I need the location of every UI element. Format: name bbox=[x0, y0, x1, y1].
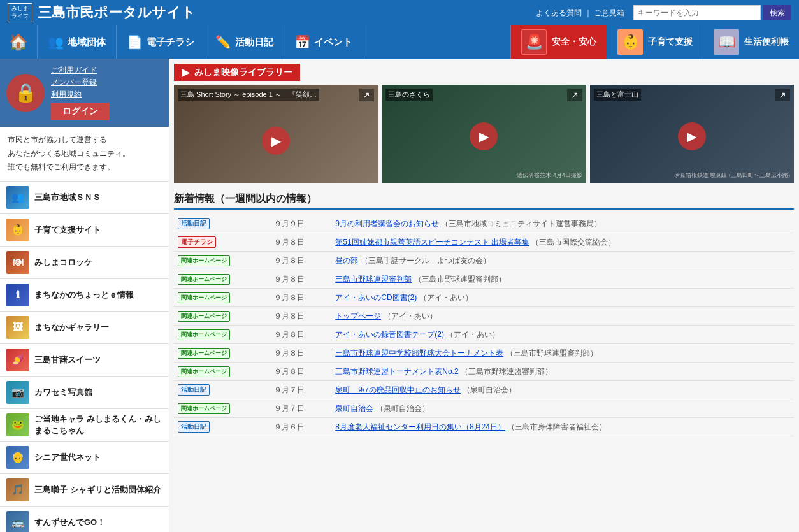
event-icon: 📅 bbox=[294, 34, 310, 50]
nav-life[interactable]: 📖 生活便利帳 bbox=[703, 25, 799, 59]
logo-badge: みしま ライフ bbox=[8, 3, 32, 22]
opinion-link[interactable]: ご意見箱 bbox=[594, 8, 624, 17]
news-title-cell: 泉町自治会 （泉町自治会） bbox=[331, 399, 794, 418]
event-label: イベント bbox=[314, 36, 352, 48]
sidebar-item-senior[interactable]: 👴 シニア世代ネット bbox=[0, 442, 169, 474]
video-card-2[interactable]: 三島のさくら ↗ ▶ 遺伝研桜並木 4月4日撮影 bbox=[382, 85, 586, 183]
childcare-icon: 👶 bbox=[617, 29, 643, 55]
video1-share-icon[interactable]: ↗ bbox=[359, 89, 374, 101]
nav-item-event[interactable]: 📅 イベント bbox=[284, 25, 363, 59]
nav-item-community[interactable]: 👥 地域団体 bbox=[38, 25, 117, 59]
video2-play-button[interactable]: ▶ bbox=[470, 122, 498, 150]
nav-item-flyer[interactable]: 📄 電子チラシ bbox=[117, 25, 205, 59]
site-title: 三島市民ポータルサイト bbox=[38, 3, 196, 22]
news-org: （三島市身体障害者福祉会） bbox=[507, 422, 607, 431]
news-row: 関連ホームページ ９月８日 昼の部 （三島手話サークル よつば友の会） bbox=[174, 252, 794, 270]
sns-label: 三島市地域ＳＮＳ bbox=[34, 192, 101, 203]
video-header: ▶ みしま映像ライブラリー bbox=[174, 64, 300, 81]
news-link[interactable]: 9月の利用者講習会のお知らせ bbox=[335, 219, 439, 228]
video2-share-icon[interactable]: ↗ bbox=[567, 89, 582, 101]
register-link[interactable]: メンバー登録 bbox=[51, 77, 110, 88]
news-link[interactable]: アイ・あいの録音図書テープ(2) bbox=[335, 330, 444, 339]
news-date: ９月７日 bbox=[270, 381, 331, 399]
search-button[interactable]: 検索 bbox=[763, 5, 791, 20]
video2-title: 三島のさくら bbox=[385, 89, 433, 101]
terms-link[interactable]: 利用規約 bbox=[51, 89, 110, 100]
news-link[interactable]: トップページ bbox=[335, 312, 381, 320]
video3-title: 三島と富士山 bbox=[594, 89, 641, 101]
flyer-label: 電子チラシ bbox=[147, 36, 194, 48]
news-title-cell: アイ・あいの録音図書テープ(2) （アイ・あい） bbox=[331, 326, 794, 344]
news-table: 活動日記 ９月９日 9月の利用者講習会のお知らせ （三島市地域コミュニティサイト… bbox=[174, 215, 794, 436]
news-link[interactable]: 第51回姉妹都市親善英語スピーチコンテスト 出場者募集 bbox=[335, 238, 529, 247]
search-input[interactable] bbox=[633, 5, 761, 20]
sidebar-item-sns[interactable]: 👥 三島市地域ＳＮＳ bbox=[0, 182, 169, 214]
nav-home[interactable]: 🏠 bbox=[0, 25, 38, 59]
news-link[interactable]: 三島市野球連盟トーナメント表No.2 bbox=[335, 367, 458, 376]
news-tag: 関連ホームページ bbox=[174, 344, 270, 363]
sidebar-item-shamisen[interactable]: 🎵 三島囃子 シャギリと活動団体紹介 bbox=[0, 474, 169, 507]
shamisen-thumb: 🎵 bbox=[6, 478, 29, 501]
croquette-label: みしまコロッケ bbox=[34, 257, 92, 268]
sidebar-item-sunzensen[interactable]: 🚌 すんずせんでGO！ bbox=[0, 507, 169, 532]
nav-safety[interactable]: 🚨 安全・安心 bbox=[510, 25, 607, 59]
news-title-cell: トップページ （アイ・あい） bbox=[331, 307, 794, 326]
sidebar-item-kids[interactable]: 👶 子育て支援サイト bbox=[0, 214, 169, 247]
sidebar-item-sweets[interactable]: 🍠 三島甘藷スイーツ bbox=[0, 344, 169, 377]
news-org: （アイ・あい） bbox=[446, 330, 500, 339]
sweets-thumb: 🍠 bbox=[6, 349, 29, 371]
news-link[interactable]: 泉町 9/7の廃品回収中止のお知らせ bbox=[335, 385, 461, 394]
news-link[interactable]: 泉町自治会 bbox=[335, 404, 373, 413]
news-row: 電子チラシ ９月８日 第51回姉妹都市親善英語スピーチコンテスト 出場者募集 （… bbox=[174, 233, 794, 252]
sunzensen-label: すんずせんでGO！ bbox=[34, 517, 105, 528]
news-tag: 関連ホームページ bbox=[174, 307, 270, 326]
news-date: ９月８日 bbox=[270, 344, 331, 363]
news-link[interactable]: 8月度老人福祉センター利用日の集い（8月24日） bbox=[335, 422, 505, 431]
sidebar-item-machinfo[interactable]: ℹ まちなかのちょっとｅ情報 bbox=[0, 279, 169, 312]
news-link[interactable]: 三島市野球連盟審判部 bbox=[335, 275, 412, 284]
video-card-3[interactable]: 三島と富士山 ↗ ▶ 伊豆箱根鉄道 駿豆線 (三島田町〜三島広小路) bbox=[590, 85, 794, 183]
news-date: ９月７日 bbox=[270, 399, 331, 418]
news-title-cell: 三島市野球連盟中学校部野球大会トーナメント表 （三島市野球連盟審判部） bbox=[331, 344, 794, 363]
sidebar-item-croquette[interactable]: 🍽 みしまコロッケ bbox=[0, 247, 169, 279]
news-date: ９月６日 bbox=[270, 418, 331, 436]
news-link[interactable]: 昼の部 bbox=[335, 256, 358, 265]
video-card-1[interactable]: 三島 Short Story ～ episode 1 ～ 『笑顔… ↗ ▶ bbox=[174, 85, 378, 183]
video1-play-button[interactable]: ▶ bbox=[262, 127, 290, 155]
nav-bar: 🏠 👥 地域団体 📄 電子チラシ ✏️ 活動日記 📅 イベント 🚨 安全・安心 … bbox=[0, 25, 799, 59]
news-tag: 活動日記 bbox=[174, 215, 270, 233]
nav-item-diary[interactable]: ✏️ 活動日記 bbox=[205, 25, 284, 59]
faq-link[interactable]: よくある質問 bbox=[536, 8, 582, 17]
video3-play-button[interactable]: ▶ bbox=[678, 122, 706, 150]
news-org: （三島手話サークル よつば友の会） bbox=[361, 256, 491, 265]
senior-thumb: 👴 bbox=[6, 446, 29, 469]
kids-label: 子育て支援サイト bbox=[34, 224, 101, 236]
news-row: 関連ホームページ ９月８日 アイ・あいの録音図書テープ(2) （アイ・あい） bbox=[174, 326, 794, 344]
community-icon: 👥 bbox=[48, 34, 64, 50]
news-row: 関連ホームページ ９月８日 三島市野球連盟中学校部野球大会トーナメント表 （三島… bbox=[174, 344, 794, 363]
news-title-cell: アイ・あいのCD図書(2) （アイ・あい） bbox=[331, 289, 794, 307]
news-tag: 活動日記 bbox=[174, 418, 270, 436]
sunzensen-thumb: 🚌 bbox=[6, 511, 29, 532]
news-org: （三島市地域コミュニティサイト運営事務局） bbox=[441, 219, 601, 228]
login-box: 🔒 ご利用ガイド メンバー登録 利用規約 ログイン bbox=[0, 59, 169, 127]
news-link[interactable]: 三島市野球連盟中学校部野球大会トーナメント表 bbox=[335, 349, 503, 357]
sidebar-item-mascot[interactable]: 🐸 ご当地キャラ みしまるくん・みしまるこちゃん bbox=[0, 409, 169, 442]
news-org: （三島市野球連盟審判部） bbox=[506, 349, 598, 357]
logo-area: みしま ライフ 三島市民ポータルサイト bbox=[8, 3, 196, 22]
news-date: ９月８日 bbox=[270, 363, 331, 381]
header-links: よくある質問 ｜ ご意見箱 bbox=[536, 8, 624, 18]
video3-share-icon[interactable]: ↗ bbox=[775, 89, 790, 101]
news-date: ９月８日 bbox=[270, 289, 331, 307]
news-header: 新着情報（一週間以内の情報） bbox=[174, 192, 794, 210]
login-button[interactable]: ログイン bbox=[51, 103, 110, 120]
mascot-label: ご当地キャラ みしまるくん・みしまるこちゃん bbox=[34, 413, 162, 436]
news-link[interactable]: アイ・あいのCD図書(2) bbox=[335, 293, 417, 302]
news-tag: 関連ホームページ bbox=[174, 399, 270, 418]
sidebar-item-kawasemi[interactable]: 📷 カワセミ写真館 bbox=[0, 377, 169, 409]
video-play-icon: ▶ bbox=[182, 66, 189, 78]
guide-link[interactable]: ご利用ガイド bbox=[51, 65, 110, 76]
sidebar-item-gallery[interactable]: 🖼 まちなかギャラリー bbox=[0, 312, 169, 344]
shamisen-label: 三島囃子 シャギリと活動団体紹介 bbox=[34, 484, 161, 496]
nav-childcare[interactable]: 👶 子育て支援 bbox=[607, 25, 703, 59]
